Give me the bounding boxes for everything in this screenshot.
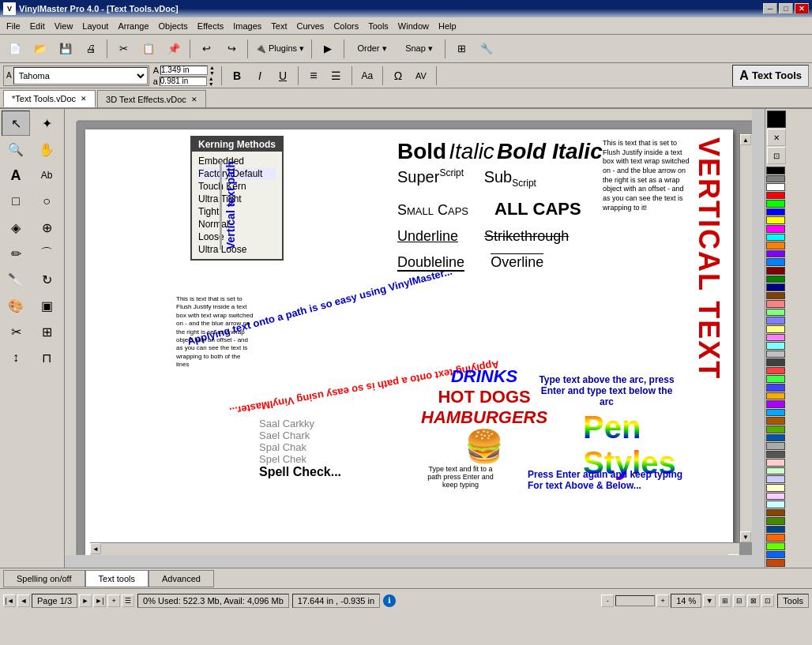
color-swatch[interactable] <box>766 358 785 366</box>
color-swatch[interactable] <box>766 292 785 300</box>
align-tool[interactable]: ⊞ <box>32 319 61 344</box>
color-swatch[interactable] <box>766 225 785 233</box>
copy-button[interactable]: 📋 <box>137 38 160 60</box>
color-swatch[interactable] <box>766 559 785 567</box>
height-up[interactable]: ▲ <box>209 76 214 81</box>
align-button[interactable]: ≡ <box>303 66 324 85</box>
settings-button[interactable]: 🔧 <box>475 38 498 60</box>
page-btn-1[interactable]: ⊞ <box>719 594 731 607</box>
add-page-button[interactable]: + <box>107 594 120 607</box>
menu-item-view[interactable]: View <box>50 20 78 32</box>
play-button[interactable]: ▶ <box>316 38 340 60</box>
undo-button[interactable]: ↩ <box>194 38 218 60</box>
color-swatch[interactable] <box>766 392 785 400</box>
menu-item-images[interactable]: Images <box>228 20 266 32</box>
right-tool-1[interactable]: ✕ <box>767 129 786 146</box>
color-swatch[interactable] <box>766 417 785 425</box>
select-tool[interactable]: ↖ <box>2 111 30 136</box>
order-button[interactable]: Order ▾ <box>348 38 396 60</box>
color-swatch[interactable] <box>766 283 785 291</box>
font-selector[interactable]: Tahoma <box>13 67 148 84</box>
color-swatch[interactable] <box>766 451 785 459</box>
rotate-tool[interactable]: ↻ <box>32 267 61 292</box>
zoom-in-button[interactable]: + <box>656 594 669 607</box>
scroll-up-button[interactable]: ▲ <box>740 134 751 145</box>
weld-tool[interactable]: ⊕ <box>32 215 61 240</box>
knife-tool[interactable]: 🔪 <box>2 267 30 292</box>
maximize-button[interactable]: □ <box>779 3 793 14</box>
zoom-dropdown[interactable]: ▼ <box>703 594 716 607</box>
minimize-button[interactable]: ─ <box>763 3 777 14</box>
color-swatch[interactable] <box>766 400 785 408</box>
vertical-scrollbar[interactable]: ▲ ▼ <box>739 134 752 542</box>
color-swatch[interactable] <box>766 375 785 383</box>
color-swatch[interactable] <box>766 216 785 224</box>
menu-item-arrange[interactable]: Arrange <box>113 20 153 32</box>
color-swatch[interactable] <box>766 534 785 542</box>
transform-button[interactable]: ⊞ <box>449 38 473 60</box>
snap-button[interactable]: Snap ▾ <box>397 38 441 60</box>
text-block-tool[interactable]: Ab <box>32 163 61 188</box>
width-up[interactable]: ▲ <box>209 65 215 70</box>
underline-button[interactable]: U <box>273 66 293 85</box>
color-swatch[interactable] <box>766 467 785 475</box>
color-swatch[interactable] <box>766 493 785 501</box>
zoom-tool[interactable]: 🔍 <box>2 137 30 162</box>
color-swatch[interactable] <box>766 501 785 508</box>
color-swatch[interactable] <box>766 250 785 258</box>
color-swatch[interactable] <box>766 183 785 191</box>
page-btn-2[interactable]: ⊟ <box>733 594 746 607</box>
color-swatch[interactable] <box>766 267 785 275</box>
text-tools-tab[interactable]: Text tools <box>85 570 148 587</box>
color-swatch[interactable] <box>766 434 785 442</box>
color-swatch[interactable] <box>766 234 785 242</box>
menu-item-effects[interactable]: Effects <box>193 20 228 32</box>
color-swatch[interactable] <box>766 258 785 266</box>
color-swatch[interactable] <box>766 309 785 317</box>
rect-tool[interactable]: □ <box>2 189 30 214</box>
color-swatch[interactable] <box>766 409 785 417</box>
crop-tool[interactable]: ✂ <box>2 319 30 344</box>
transform-tool[interactable]: ↕ <box>2 345 30 370</box>
save-button[interactable]: 💾 <box>54 38 77 60</box>
italic-button[interactable]: I <box>250 66 270 85</box>
black-swatch[interactable] <box>767 111 786 128</box>
color-swatch[interactable] <box>766 167 785 174</box>
zoom-out-button[interactable]: - <box>601 594 614 607</box>
tab-text-tools-close[interactable]: ✕ <box>81 95 87 103</box>
color-swatch[interactable] <box>766 459 785 467</box>
text-tool[interactable]: A <box>2 163 30 188</box>
color-tool[interactable]: 🎨 <box>2 293 30 318</box>
horizontal-scrollbar[interactable]: ◄ ► <box>90 542 739 555</box>
menu-item-objects[interactable]: Objects <box>154 20 193 32</box>
color-swatch[interactable] <box>766 442 785 450</box>
print-button[interactable]: 🖨 <box>79 38 103 60</box>
menu-item-text[interactable]: Text <box>266 20 291 32</box>
last-page-button[interactable]: ►| <box>93 594 106 607</box>
menu-item-help[interactable]: Help <box>434 20 461 32</box>
color-swatch[interactable] <box>766 384 785 392</box>
prev-page-button[interactable]: ◄ <box>17 594 30 607</box>
menu-item-layout[interactable]: Layout <box>77 20 113 32</box>
fill-tool[interactable]: ▣ <box>32 293 61 318</box>
next-page-button[interactable]: ► <box>79 594 92 607</box>
kerning-item-tight[interactable]: Tight <box>198 205 276 218</box>
kerning-item-normal[interactable]: Normal <box>198 218 276 231</box>
pan-tool[interactable]: ✋ <box>32 137 61 162</box>
open-button[interactable]: 📂 <box>28 38 52 60</box>
scroll-left-button[interactable]: ◄ <box>90 543 101 554</box>
width-input[interactable] <box>160 66 208 75</box>
color-swatch[interactable] <box>766 542 785 550</box>
page-btn-4[interactable]: ⊡ <box>761 594 774 607</box>
tab-3d-effects-close[interactable]: ✕ <box>191 96 197 103</box>
first-page-button[interactable]: |◄ <box>3 594 16 607</box>
menu-item-curves[interactable]: Curves <box>292 20 329 32</box>
color-swatch[interactable] <box>766 367 785 375</box>
color-swatch[interactable] <box>766 342 785 350</box>
kerning-item-ultra-tight[interactable]: Ultra Tight <box>198 193 276 205</box>
advanced-tab[interactable]: Advanced <box>148 570 214 587</box>
new-button[interactable]: 📄 <box>3 38 27 60</box>
ellipse-tool[interactable]: ○ <box>32 189 61 214</box>
menu-item-edit[interactable]: Edit <box>25 20 50 32</box>
kerning-item-factory-default[interactable]: Factory Default <box>198 167 276 180</box>
